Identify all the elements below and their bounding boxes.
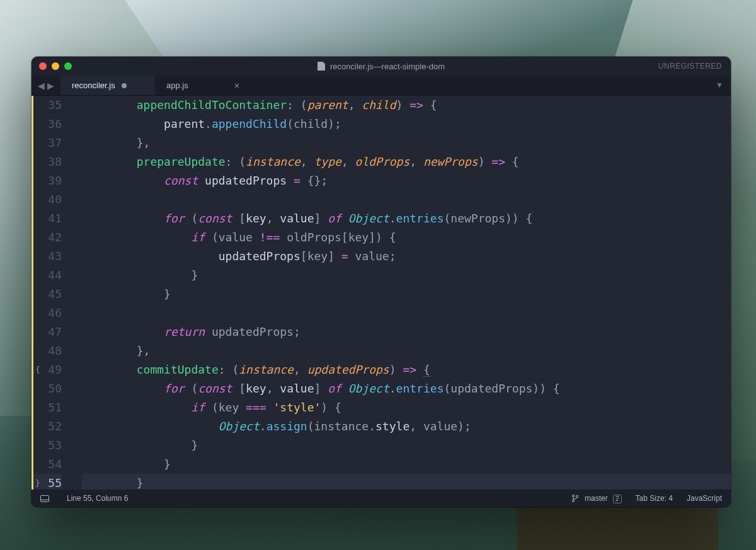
code-line[interactable]: for (const [key, value] of Object.entrie… <box>82 379 731 398</box>
statusbar: Line 55, Column 6 master 2 Tab Size: 4 J… <box>32 490 731 507</box>
svg-rect-0 <box>41 496 49 502</box>
code-line[interactable]: for (const [key, value] of Object.entrie… <box>82 209 731 228</box>
editor-window: reconciler.js — react-simple-dom UNREGIS… <box>32 57 731 507</box>
fold-close-brace-icon[interactable]: } <box>35 474 41 490</box>
line-number[interactable]: 35 <box>33 96 62 115</box>
nav-back-icon[interactable]: ◀ <box>38 81 45 91</box>
code-line[interactable]: Object.assign(instance.style, value); <box>82 417 731 436</box>
file-icon <box>318 62 325 71</box>
minimize-window-button[interactable] <box>52 62 59 70</box>
code-line[interactable]: } <box>82 455 731 474</box>
tab-overflow-icon[interactable]: ▼ <box>716 81 723 89</box>
code-line[interactable]: } <box>82 285 731 304</box>
titlebar[interactable]: reconciler.js — react-simple-dom UNREGIS… <box>32 57 731 76</box>
line-number[interactable]: 48 <box>33 341 62 360</box>
code-area[interactable]: appendChildToContainer: (parent, child) … <box>68 96 731 490</box>
line-number[interactable]: 50 <box>33 379 62 398</box>
panel-toggle-icon[interactable] <box>40 494 53 503</box>
code-line[interactable]: }, <box>82 134 731 152</box>
code-line[interactable]: const updatedProps = {}; <box>82 171 731 190</box>
code-line[interactable]: } <box>82 266 731 285</box>
code-line[interactable]: updatedProps[key] = value; <box>82 247 731 266</box>
tab-reconciler-js[interactable]: reconciler.js <box>60 76 155 95</box>
line-number[interactable]: 51 <box>33 398 62 417</box>
maximize-window-button[interactable] <box>64 62 72 70</box>
gutter[interactable]: 353637383940414243444546474849{505152535… <box>32 96 68 490</box>
cursor-position[interactable]: Line 55, Column 6 <box>67 494 128 503</box>
code-line[interactable]: }, <box>82 341 731 360</box>
line-number[interactable]: 44 <box>33 266 62 285</box>
tab-app-js[interactable]: app.js× <box>155 76 249 95</box>
code-line[interactable] <box>82 304 731 323</box>
window-controls <box>39 62 72 70</box>
line-number[interactable]: 39 <box>33 171 62 190</box>
git-branch-badge: 2 <box>613 495 622 503</box>
fold-open-brace-icon[interactable]: { <box>35 360 41 379</box>
line-number[interactable]: 49{ <box>33 360 62 379</box>
titlebar-separator: — <box>374 62 382 71</box>
code-line[interactable]: commitUpdate: (instance, updatedProps) =… <box>82 360 731 379</box>
svg-point-2 <box>572 495 574 497</box>
line-number[interactable]: 42 <box>33 228 62 247</box>
titlebar-project: react-simple-dom <box>382 62 445 71</box>
git-branch-icon <box>571 494 579 503</box>
tabbar: ◀ ▶ reconciler.jsapp.js× ▼ <box>32 76 731 96</box>
line-number[interactable]: 53 <box>33 436 62 455</box>
code-line[interactable]: appendChildToContainer: (parent, child) … <box>82 96 731 115</box>
code-line[interactable]: if (value !== oldProps[key]) { <box>82 228 731 247</box>
line-number[interactable]: 43 <box>33 247 62 266</box>
git-branch-name: master <box>585 494 608 503</box>
syntax-language[interactable]: JavaScript <box>687 494 722 503</box>
line-number[interactable]: 38 <box>33 152 62 171</box>
dirty-indicator-icon <box>122 83 127 88</box>
close-window-button[interactable] <box>39 62 47 70</box>
svg-point-3 <box>572 500 574 502</box>
nav-forward-icon[interactable]: ▶ <box>47 81 54 91</box>
close-tab-icon[interactable]: × <box>234 81 239 91</box>
code-line[interactable]: } <box>82 474 731 490</box>
line-number[interactable]: 41 <box>33 209 62 228</box>
line-number[interactable]: 45 <box>33 285 62 304</box>
code-line[interactable]: if (key === 'style') { <box>82 398 731 417</box>
git-branch[interactable]: master 2 <box>571 494 622 503</box>
line-number[interactable]: 47 <box>33 323 62 341</box>
line-number[interactable]: 37 <box>33 134 62 152</box>
code-line[interactable] <box>82 190 731 209</box>
titlebar-filename: reconciler.js <box>330 62 374 71</box>
code-line[interactable]: prepareUpdate: (instance, type, oldProps… <box>82 152 731 171</box>
line-number[interactable]: 46 <box>33 304 62 323</box>
tab-label: app.js <box>166 81 188 90</box>
line-number[interactable]: 36 <box>33 115 62 134</box>
line-number[interactable]: 55} <box>33 474 62 490</box>
tab-label: reconciler.js <box>72 81 115 90</box>
line-number[interactable]: 52 <box>33 417 62 436</box>
code-line[interactable]: return updatedProps; <box>82 323 731 341</box>
unregistered-label[interactable]: UNREGISTERED <box>658 62 722 71</box>
svg-point-4 <box>576 496 578 498</box>
code-line[interactable]: parent.appendChild(child); <box>82 115 731 134</box>
line-number[interactable]: 40 <box>33 190 62 209</box>
nav-arrows: ◀ ▶ <box>32 76 60 95</box>
editor-area[interactable]: 353637383940414243444546474849{505152535… <box>32 96 731 490</box>
tab-size[interactable]: Tab Size: 4 <box>636 494 673 503</box>
line-number[interactable]: 54 <box>33 455 62 474</box>
code-line[interactable]: } <box>82 436 731 455</box>
